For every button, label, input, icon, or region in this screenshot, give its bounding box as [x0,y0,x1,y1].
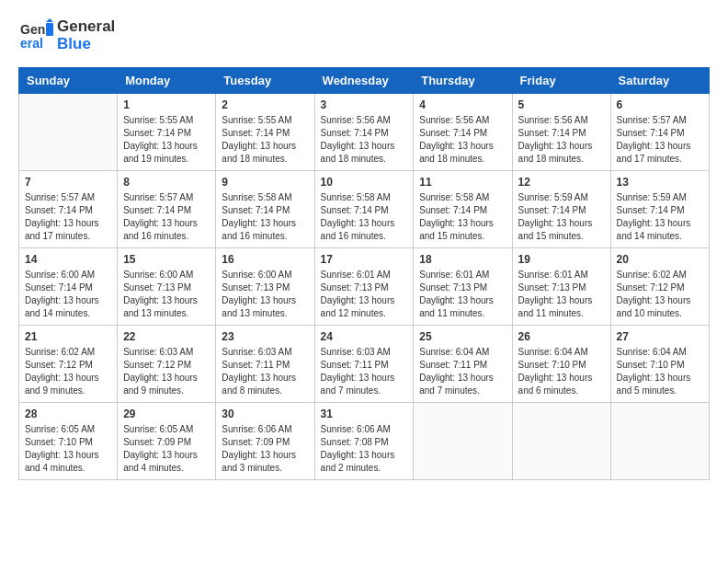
calendar-cell: 24Sunrise: 6:03 AMSunset: 7:11 PMDayligh… [314,326,414,403]
day-number: 3 [321,98,408,111]
calendar-cell: 28Sunrise: 6:05 AMSunset: 7:10 PMDayligh… [19,403,118,480]
day-info: Sunrise: 6:06 AMSunset: 7:08 PMDaylight:… [321,423,408,475]
svg-rect-3 [46,23,53,36]
calendar-cell: 9Sunrise: 5:58 AMSunset: 7:14 PMDaylight… [216,171,314,248]
calendar-table: SundayMondayTuesdayWednesdayThursdayFrid… [18,67,710,480]
calendar-cell: 16Sunrise: 6:00 AMSunset: 7:13 PMDayligh… [216,248,314,326]
calendar-cell: 26Sunrise: 6:04 AMSunset: 7:10 PMDayligh… [512,326,610,403]
calendar-header-row: SundayMondayTuesdayWednesdayThursdayFrid… [19,68,710,94]
calendar-week-row: 7Sunrise: 5:57 AMSunset: 7:14 PMDaylight… [19,171,710,248]
calendar-cell: 23Sunrise: 6:03 AMSunset: 7:11 PMDayligh… [216,326,314,403]
day-info: Sunrise: 5:59 AMSunset: 7:14 PMDaylight:… [518,191,605,243]
day-number: 17 [321,253,408,266]
svg-text:Gen: Gen [20,22,45,37]
day-number: 18 [419,253,506,266]
calendar-cell: 3Sunrise: 5:56 AMSunset: 7:14 PMDaylight… [314,94,414,171]
day-info: Sunrise: 5:56 AMSunset: 7:14 PMDaylight:… [419,114,506,166]
day-info: Sunrise: 6:00 AMSunset: 7:13 PMDaylight:… [222,269,308,320]
day-number: 11 [419,176,506,189]
calendar-cell: 2Sunrise: 5:55 AMSunset: 7:14 PMDaylight… [216,94,314,171]
day-number: 1 [123,98,210,111]
day-info: Sunrise: 5:58 AMSunset: 7:14 PMDaylight:… [321,191,408,243]
logo-general-text: General [57,17,115,35]
calendar-cell [414,403,512,480]
day-info: Sunrise: 6:02 AMSunset: 7:12 PMDaylight:… [25,346,111,397]
day-number: 28 [25,408,111,420]
day-number: 21 [25,330,111,343]
logo-blue-text: Blue [57,35,91,52]
day-info: Sunrise: 5:57 AMSunset: 7:14 PMDaylight:… [25,191,111,243]
day-number: 2 [222,98,308,111]
day-info: Sunrise: 5:57 AMSunset: 7:14 PMDaylight:… [617,114,703,166]
day-number: 23 [222,330,308,343]
day-info: Sunrise: 6:02 AMSunset: 7:12 PMDaylight:… [617,269,703,320]
day-number: 9 [222,176,308,189]
day-info: Sunrise: 6:01 AMSunset: 7:13 PMDaylight:… [419,269,506,320]
calendar-cell: 27Sunrise: 6:04 AMSunset: 7:10 PMDayligh… [610,326,709,403]
calendar-cell: 21Sunrise: 6:02 AMSunset: 7:12 PMDayligh… [19,326,118,403]
weekday-header: Thursday [414,68,512,94]
calendar-cell: 17Sunrise: 6:01 AMSunset: 7:13 PMDayligh… [314,248,414,326]
day-number: 16 [222,253,308,266]
day-info: Sunrise: 6:04 AMSunset: 7:11 PMDaylight:… [419,346,506,397]
day-info: Sunrise: 5:57 AMSunset: 7:14 PMDaylight:… [123,191,210,243]
calendar-week-row: 21Sunrise: 6:02 AMSunset: 7:12 PMDayligh… [19,326,710,403]
day-info: Sunrise: 6:03 AMSunset: 7:11 PMDaylight:… [222,346,308,397]
weekday-header: Monday [118,68,216,94]
day-info: Sunrise: 6:00 AMSunset: 7:14 PMDaylight:… [25,269,111,320]
calendar-cell: 5Sunrise: 5:56 AMSunset: 7:14 PMDaylight… [512,94,610,171]
calendar-cell: 4Sunrise: 5:56 AMSunset: 7:14 PMDaylight… [414,94,512,171]
calendar-cell: 31Sunrise: 6:06 AMSunset: 7:08 PMDayligh… [314,403,414,480]
day-number: 19 [518,253,605,266]
calendar-cell: 15Sunrise: 6:00 AMSunset: 7:13 PMDayligh… [118,248,216,326]
calendar-cell: 13Sunrise: 5:59 AMSunset: 7:14 PMDayligh… [610,171,709,248]
day-number: 24 [321,330,408,343]
day-number: 15 [123,253,210,266]
day-info: Sunrise: 6:04 AMSunset: 7:10 PMDaylight:… [518,346,605,397]
weekday-header: Friday [512,68,610,94]
calendar-cell: 1Sunrise: 5:55 AMSunset: 7:14 PMDaylight… [118,94,216,171]
day-number: 25 [419,330,506,343]
logo-svg: Gen eral [18,18,53,53]
weekday-header: Tuesday [216,68,314,94]
calendar-cell: 14Sunrise: 6:00 AMSunset: 7:14 PMDayligh… [19,248,118,326]
day-number: 27 [617,330,703,343]
logo: Gen eral General Blue [18,18,115,53]
day-number: 20 [617,253,703,266]
day-info: Sunrise: 6:05 AMSunset: 7:09 PMDaylight:… [123,423,210,475]
day-info: Sunrise: 5:55 AMSunset: 7:14 PMDaylight:… [222,114,308,166]
weekday-header: Saturday [610,68,709,94]
calendar-cell: 25Sunrise: 6:04 AMSunset: 7:11 PMDayligh… [414,326,512,403]
day-info: Sunrise: 6:03 AMSunset: 7:12 PMDaylight:… [123,346,210,397]
day-info: Sunrise: 5:56 AMSunset: 7:14 PMDaylight:… [321,114,408,166]
day-info: Sunrise: 6:00 AMSunset: 7:13 PMDaylight:… [123,269,210,320]
day-number: 26 [518,330,605,343]
day-number: 4 [419,98,506,111]
calendar-cell: 11Sunrise: 5:58 AMSunset: 7:14 PMDayligh… [414,171,512,248]
day-info: Sunrise: 6:01 AMSunset: 7:13 PMDaylight:… [518,269,605,320]
calendar-cell: 6Sunrise: 5:57 AMSunset: 7:14 PMDaylight… [610,94,709,171]
day-number: 12 [518,176,605,189]
calendar-cell: 8Sunrise: 5:57 AMSunset: 7:14 PMDaylight… [118,171,216,248]
calendar-cell [512,403,610,480]
calendar-cell: 18Sunrise: 6:01 AMSunset: 7:13 PMDayligh… [414,248,512,326]
day-number: 30 [222,408,308,420]
svg-marker-2 [46,18,53,22]
calendar-cell: 30Sunrise: 6:06 AMSunset: 7:09 PMDayligh… [216,403,314,480]
day-number: 10 [321,176,408,189]
day-info: Sunrise: 6:06 AMSunset: 7:09 PMDaylight:… [222,423,308,475]
calendar-cell: 22Sunrise: 6:03 AMSunset: 7:12 PMDayligh… [118,326,216,403]
calendar-cell: 10Sunrise: 5:58 AMSunset: 7:14 PMDayligh… [314,171,414,248]
calendar-cell: 12Sunrise: 5:59 AMSunset: 7:14 PMDayligh… [512,171,610,248]
day-number: 31 [321,408,408,420]
day-number: 13 [617,176,703,189]
day-info: Sunrise: 6:04 AMSunset: 7:10 PMDaylight:… [617,346,703,397]
calendar-cell: 19Sunrise: 6:01 AMSunset: 7:13 PMDayligh… [512,248,610,326]
calendar-week-row: 28Sunrise: 6:05 AMSunset: 7:10 PMDayligh… [19,403,710,480]
page-header: Gen eral General Blue [18,18,710,53]
calendar-week-row: 1Sunrise: 5:55 AMSunset: 7:14 PMDaylight… [19,94,710,171]
day-number: 22 [123,330,210,343]
day-info: Sunrise: 6:05 AMSunset: 7:10 PMDaylight:… [25,423,111,475]
day-info: Sunrise: 6:03 AMSunset: 7:11 PMDaylight:… [321,346,408,397]
day-number: 14 [25,253,111,266]
